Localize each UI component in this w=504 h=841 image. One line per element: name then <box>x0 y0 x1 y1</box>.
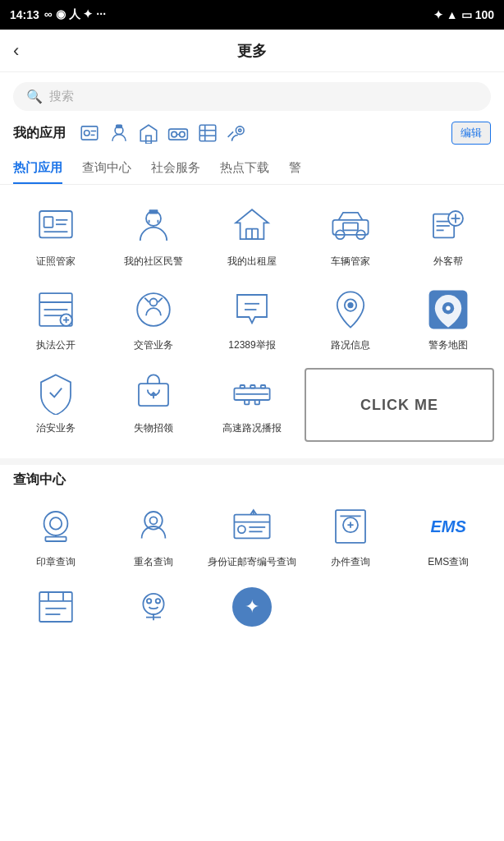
svg-point-85 <box>144 594 164 614</box>
search-placeholder: 搜索 <box>49 89 74 104</box>
status-right: ✦ ▲ ▭ 100 <box>433 8 494 21</box>
svg-rect-17 <box>44 217 53 227</box>
app-item-jingwu[interactable]: 警务地图 <box>402 285 494 352</box>
app-label-jiaoguan: 交管业务 <box>134 339 173 352</box>
app-item-yinzhang[interactable]: 印章查询 <box>10 502 102 569</box>
app-item-chuzuwu[interactable]: 我的出租屋 <box>206 201 298 269</box>
app-item-bottom-3[interactable]: ✦ <box>206 582 298 636</box>
svg-rect-30 <box>343 223 358 230</box>
wifi-icon: ▲ <box>447 8 458 21</box>
my-app-icon-5 <box>195 121 220 145</box>
app-item-gaosu[interactable]: 高速路况播报 <box>206 368 298 442</box>
section-divider <box>0 458 504 465</box>
app-label-jubao: 12389举报 <box>228 339 275 352</box>
svg-point-67 <box>150 517 158 524</box>
app-label-shiwu: 失物招领 <box>134 422 173 435</box>
app-item-zhifagongkai[interactable]: 执法公开 <box>10 285 102 352</box>
edit-button[interactable]: 编辑 <box>451 122 491 145</box>
svg-rect-60 <box>255 400 259 404</box>
tab-hot-download[interactable]: 热点下载 <box>220 152 269 184</box>
app-item-shequ[interactable]: 我的社区民警 <box>108 201 200 269</box>
query-center-grid: 印章查询 重名查询 身份证邮寄编号查询 <box>0 495 504 582</box>
bluetooth-icon: ✦ <box>433 8 443 21</box>
tab-query-center[interactable]: 查询中心 <box>82 152 131 184</box>
svg-point-9 <box>180 131 186 137</box>
click-me-button[interactable]: CLICK ME <box>305 368 494 442</box>
tabs: 热门应用 查询中心 社会服务 热点下载 警 <box>0 152 504 185</box>
battery-level: 100 <box>475 8 494 21</box>
back-button[interactable]: ‹ <box>13 40 19 62</box>
app-item-banjian[interactable]: 办件查询 <box>305 502 396 569</box>
app-label-gaosu: 高速路况播报 <box>222 422 282 435</box>
click-me-container: CLICK ME <box>305 368 494 442</box>
svg-point-8 <box>172 131 177 137</box>
app-label-shenfenzheng: 身份证邮寄编号查询 <box>208 556 296 569</box>
app-item-shiwu[interactable]: 失物招领 <box>108 368 200 442</box>
my-apps-title: 我的应用 <box>13 125 66 142</box>
svg-point-15 <box>239 129 241 131</box>
tab-hot-apps[interactable]: 热门应用 <box>13 152 62 184</box>
my-app-icon-1 <box>77 121 102 145</box>
app-item-ems[interactable]: EMS EMS查询 <box>402 502 494 569</box>
svg-point-50 <box>348 302 352 306</box>
my-app-icon-6 <box>225 121 250 145</box>
app-label-jingwu: 警务地图 <box>428 339 468 352</box>
app-label-zhizhao: 证照管家 <box>36 255 76 269</box>
battery-icon: ▭ <box>461 8 472 21</box>
app-label-chongming: 重名查询 <box>134 556 173 569</box>
top-nav: ‹ 更多 <box>0 30 504 72</box>
app-item-lukuang[interactable]: 路况信息 <box>305 285 396 352</box>
bottom-apps-grid: ✦ <box>0 582 504 650</box>
svg-rect-10 <box>199 125 216 141</box>
app-item-cheliang[interactable]: 车辆管家 <box>305 201 396 269</box>
svg-rect-58 <box>261 385 265 388</box>
app-item-bottom-2[interactable] <box>108 582 200 636</box>
app-label-shequ: 我的社区民警 <box>124 255 183 269</box>
my-app-icon-2 <box>107 121 131 145</box>
svg-rect-57 <box>250 385 254 388</box>
app-label-zhian: 治安业务 <box>36 422 76 435</box>
app-item-zhian[interactable]: 治安业务 <box>10 368 102 442</box>
svg-rect-64 <box>45 537 66 541</box>
svg-rect-6 <box>146 136 152 144</box>
svg-point-1 <box>85 131 90 136</box>
time: 14:13 <box>10 8 39 21</box>
app-item-chongming[interactable]: 重名查询 <box>108 502 200 569</box>
svg-rect-56 <box>241 385 245 388</box>
my-app-icon-4 <box>166 121 190 145</box>
tab-social-service[interactable]: 社会服务 <box>151 152 200 184</box>
svg-rect-59 <box>245 400 249 404</box>
app-item-waikebang[interactable]: 外客帮 <box>402 201 494 269</box>
page-title: 更多 <box>237 41 267 61</box>
svg-point-14 <box>236 126 244 135</box>
app-label-banjian: 办件查询 <box>331 556 370 569</box>
svg-point-70 <box>238 526 245 533</box>
ems-icon: EMS <box>431 517 466 536</box>
svg-point-53 <box>446 306 450 310</box>
app-label-yinzhang: 印章查询 <box>36 556 76 569</box>
app-label-ems: EMS查询 <box>428 556 469 569</box>
app-item-jiaoguan[interactable]: 交管业务 <box>108 285 200 352</box>
search-bar[interactable]: 🔍 搜索 <box>13 82 491 111</box>
my-app-icon-3 <box>136 121 161 145</box>
status-bar: 14:13 ∞ ◉ 人 ✦ ··· ✦ ▲ ▭ 100 <box>0 0 504 30</box>
tab-police[interactable]: 警 <box>289 152 301 184</box>
svg-point-62 <box>44 512 67 535</box>
app-label-lukuang: 路况信息 <box>331 339 370 352</box>
app-label-chuzuwu: 我的出租屋 <box>227 255 277 269</box>
app-item-jubao[interactable]: 12389举报 <box>206 285 298 352</box>
signal-icons: ∞ ◉ 人 ✦ ··· <box>44 7 106 22</box>
app-label-waikebang: 外客帮 <box>433 255 463 269</box>
app-item-shenfenzheng[interactable]: 身份证邮寄编号查询 <box>206 502 298 569</box>
svg-point-46 <box>150 298 158 306</box>
search-icon: 🔍 <box>26 89 43 104</box>
svg-point-63 <box>50 517 62 529</box>
hot-apps-grid: 证照管家 我的社区民警 我的出租屋 <box>0 195 504 458</box>
app-item-bottom-1[interactable] <box>10 582 102 636</box>
query-center-title: 查询中心 <box>0 465 504 495</box>
app-item-zhizhao[interactable]: 证照管家 <box>10 201 102 269</box>
svg-rect-79 <box>39 592 72 622</box>
app-label-cheliang: 车辆管家 <box>331 255 370 269</box>
my-apps-section: 我的应用 <box>0 121 504 145</box>
svg-rect-22 <box>149 209 158 214</box>
